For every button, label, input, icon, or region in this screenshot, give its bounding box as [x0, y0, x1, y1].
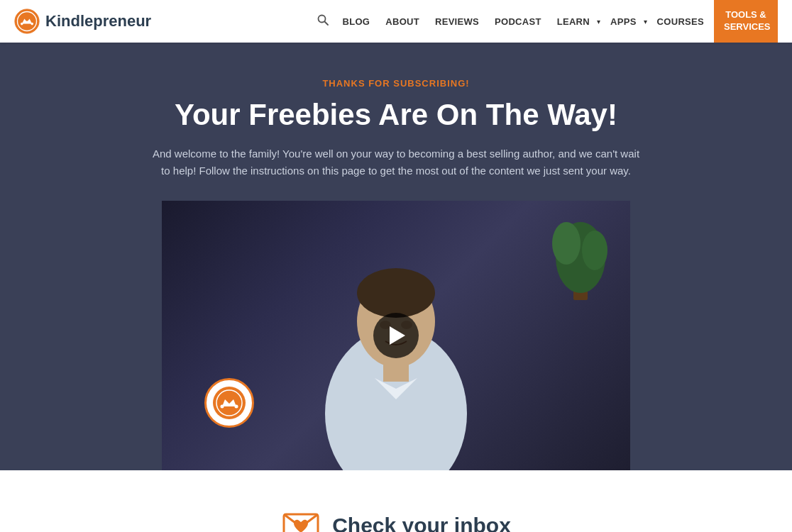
svg-rect-11 — [383, 360, 409, 382]
nav-courses[interactable]: COURSES — [651, 12, 710, 31]
svg-point-17 — [552, 222, 581, 265]
hero-title: Your Freebies Are On The Way! — [14, 97, 778, 133]
video-player[interactable] — [162, 201, 630, 470]
svg-point-10 — [357, 268, 435, 318]
video-logo-badge — [204, 378, 254, 428]
svg-point-22 — [221, 405, 224, 409]
svg-point-5 — [26, 21, 28, 23]
logo-icon — [14, 9, 40, 34]
nav-apps-dropdown[interactable]: APPS ▾ — [605, 12, 647, 31]
svg-point-3 — [21, 23, 23, 26]
check-inbox-area: Check your inbox — [14, 506, 778, 532]
email-icon — [281, 506, 321, 532]
svg-point-23 — [235, 405, 238, 409]
svg-point-19 — [213, 387, 246, 419]
hero-section: THANKS FOR SUBSCRIBING! Your Freebies Ar… — [0, 43, 792, 470]
search-icon[interactable] — [313, 10, 333, 33]
tools-services-button[interactable]: TOOLS & SERVICES — [714, 0, 778, 43]
plant-decoration — [552, 215, 609, 300]
nav-blog[interactable]: BLOG — [337, 12, 376, 31]
svg-point-4 — [31, 23, 33, 26]
play-button[interactable] — [373, 313, 419, 358]
nav-learn[interactable]: LEARN — [551, 12, 595, 31]
thanks-label: THANKS FOR SUBSCRIBING! — [14, 78, 778, 89]
logo-text: Kindlepreneur — [45, 12, 151, 31]
nav-learn-dropdown[interactable]: LEARN ▾ — [551, 12, 600, 31]
lower-section: Check your inbox — [0, 470, 792, 532]
play-triangle-icon — [390, 326, 405, 345]
nav: BLOG ABOUT REVIEWS PODCAST LEARN ▾ APPS … — [313, 0, 779, 43]
video-container — [14, 201, 778, 470]
logo[interactable]: Kindlepreneur — [14, 9, 151, 34]
nav-about[interactable]: ABOUT — [380, 12, 425, 31]
video-background — [162, 201, 630, 470]
nav-reviews[interactable]: REVIEWS — [429, 12, 485, 31]
nav-podcast[interactable]: PODCAST — [489, 12, 547, 31]
header: Kindlepreneur BLOG ABOUT REVIEWS PODCAST… — [0, 0, 792, 43]
learn-chevron-icon: ▾ — [597, 18, 600, 26]
svg-point-18 — [582, 231, 607, 270]
nav-apps[interactable]: APPS — [605, 12, 642, 31]
check-inbox-label: Check your inbox — [332, 514, 511, 532]
apps-chevron-icon: ▾ — [644, 18, 647, 26]
svg-line-7 — [324, 22, 328, 26]
hero-subtitle: And welcome to the family! You're well o… — [148, 145, 644, 179]
